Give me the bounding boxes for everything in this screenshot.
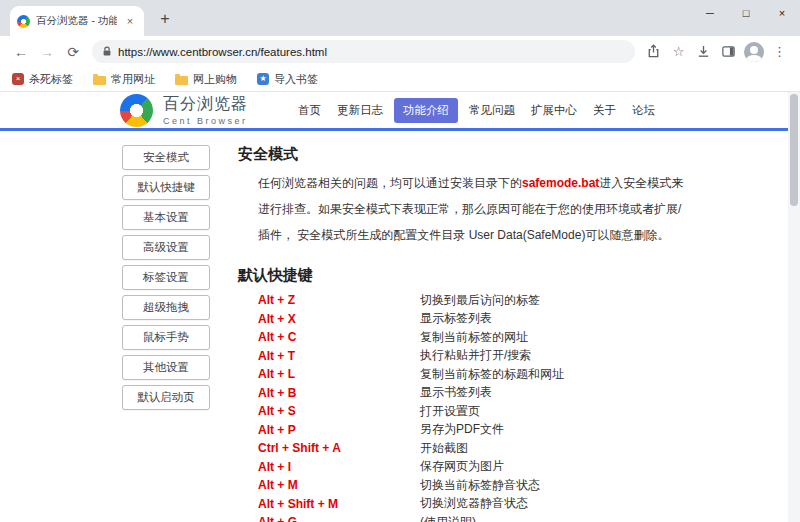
nav-item-home[interactable]: 首页	[293, 99, 326, 122]
bookmark-label: 网上购物	[193, 72, 237, 87]
sidebar: 安全模式 默认快捷键 基本设置 高级设置 标签设置 超级拖拽 鼠标手势 其他设置…	[122, 145, 210, 522]
nav-item-about[interactable]: 关于	[588, 99, 621, 122]
share-icon[interactable]	[641, 39, 666, 64]
site-logo-icon[interactable]	[120, 94, 153, 127]
menu-icon[interactable]: ⋮	[767, 39, 792, 64]
minimize-button[interactable]: ─	[692, 0, 728, 26]
kill-tab-icon: ×	[12, 73, 24, 85]
new-tab-button[interactable]: +	[152, 6, 178, 32]
site-header: 百分浏览器 Cent Browser 首页 更新日志 功能介绍 常见问题 扩展中…	[0, 92, 800, 128]
safemode-highlight: safemode.bat	[522, 176, 599, 190]
bookmark-star-icon[interactable]: ☆	[666, 39, 691, 64]
folder-icon	[175, 76, 188, 85]
section-title-safe-mode: 安全模式	[238, 145, 690, 164]
sidebar-item-shortcuts[interactable]: 默认快捷键	[122, 175, 210, 200]
nav-item-extensions[interactable]: 扩展中心	[526, 99, 582, 122]
folder-icon	[93, 76, 106, 85]
page-viewport: 百分浏览器 Cent Browser 首页 更新日志 功能介绍 常见问题 扩展中…	[0, 92, 800, 522]
brand-subtitle: Cent Browser	[163, 116, 248, 126]
tab-close-icon[interactable]: ×	[123, 14, 137, 28]
shortcut-row: Alt + I保存网页为图片	[258, 458, 690, 477]
shortcut-row: Alt + S打开设置页	[258, 402, 690, 421]
bookmark-import[interactable]: ★ 导入书签	[257, 72, 318, 87]
bookmark-label: 常用网址	[111, 72, 155, 87]
shortcut-row: Alt + B显示书签列表	[258, 384, 690, 403]
browser-toolbar: ← → ⟳ https://www.centbrowser.cn/feature…	[0, 36, 800, 67]
window-controls: ─ □ ×	[692, 0, 800, 26]
sidebar-item-default-startup[interactable]: 默认启动页	[122, 385, 210, 410]
reload-icon[interactable]: ⟳	[60, 39, 86, 65]
shortcut-row: Alt + C复制当前标签的网址	[258, 328, 690, 347]
safe-mode-paragraph: 任何浏览器相关的问题，均可以通过安装目录下的safemode.bat进入安全模式…	[258, 170, 690, 248]
tab-favicon-icon	[17, 15, 30, 28]
shortcut-row: Alt + Z切换到最后访问的标签	[258, 291, 690, 310]
bookmarks-bar: × 杀死标签 常用网址 网上购物 ★ 导入书签	[0, 67, 800, 92]
bookmark-folder-shopping[interactable]: 网上购物	[175, 72, 237, 87]
brand: 百分浏览器 Cent Browser	[163, 94, 248, 126]
bookmark-folder-common-sites[interactable]: 常用网址	[93, 72, 155, 87]
shortcut-row: Alt + X显示标签列表	[258, 310, 690, 329]
shortcut-row: Alt + M切换当前标签静音状态	[258, 476, 690, 495]
sidebar-item-safe-mode[interactable]: 安全模式	[122, 145, 210, 170]
profile-avatar[interactable]	[744, 42, 764, 62]
address-bar[interactable]: https://www.centbrowser.cn/features.html	[92, 40, 635, 63]
back-icon[interactable]: ←	[8, 39, 34, 65]
brand-name: 百分浏览器	[163, 94, 248, 115]
nav-item-features[interactable]: 功能介绍	[394, 98, 458, 123]
sidebar-item-advanced-settings[interactable]: 高级设置	[122, 235, 210, 260]
forward-icon[interactable]: →	[34, 39, 60, 65]
bookmark-label: 导入书签	[274, 72, 318, 87]
close-button[interactable]: ×	[764, 0, 800, 26]
shortcut-row: Alt + T执行粘贴并打开/搜索	[258, 347, 690, 366]
scrollbar-thumb[interactable]	[790, 94, 798, 206]
bookmark-label: 杀死标签	[29, 72, 73, 87]
sidebar-item-tab-settings[interactable]: 标签设置	[122, 265, 210, 290]
sidebar-item-other-settings[interactable]: 其他设置	[122, 355, 210, 380]
tab-title: 百分浏览器 - 功能介绍	[36, 14, 117, 28]
url-text: https://www.centbrowser.cn/features.html	[118, 46, 327, 58]
shortcut-row: Alt + P另存为PDF文件	[258, 421, 690, 440]
bookmark-kill-tab[interactable]: × 杀死标签	[12, 72, 73, 87]
section-title-shortcuts: 默认快捷键	[238, 266, 690, 285]
tab-bar: 百分浏览器 - 功能介绍 × + ─ □ ×	[0, 0, 800, 36]
maximize-button[interactable]: □	[728, 0, 764, 26]
browser-window: 百分浏览器 - 功能介绍 × + ─ □ × ← → ⟳ https://www…	[0, 0, 800, 522]
main-content: 安全模式 任何浏览器相关的问题，均可以通过安装目录下的safemode.bat进…	[238, 145, 690, 522]
page-scrollbar	[788, 92, 800, 522]
shortcut-row: Alt + L复制当前标签的标题和网址	[258, 365, 690, 384]
sidebar-item-super-drag[interactable]: 超级拖拽	[122, 295, 210, 320]
nav-item-forum[interactable]: 论坛	[627, 99, 660, 122]
shortcut-list: Alt + Z切换到最后访问的标签 Alt + X显示标签列表 Alt + C复…	[258, 291, 690, 522]
sidebar-item-mouse-gesture[interactable]: 鼠标手势	[122, 325, 210, 350]
shortcut-row: Alt + G(使用说明)	[258, 513, 690, 522]
nav-item-faq[interactable]: 常见问题	[464, 99, 520, 122]
content: 安全模式 默认快捷键 基本设置 高级设置 标签设置 超级拖拽 鼠标手势 其他设置…	[0, 131, 800, 522]
side-panel-icon[interactable]	[716, 39, 741, 64]
download-icon[interactable]	[691, 39, 716, 64]
shortcut-row: Alt + Shift + M切换浏览器静音状态	[258, 495, 690, 514]
sidebar-item-basic-settings[interactable]: 基本设置	[122, 205, 210, 230]
shortcut-row: Ctrl + Shift + A开始截图	[258, 439, 690, 458]
lock-icon[interactable]	[102, 46, 112, 57]
import-bookmarks-icon: ★	[257, 73, 269, 85]
browser-tab[interactable]: 百分浏览器 - 功能介绍 ×	[10, 6, 144, 36]
site-nav: 首页 更新日志 功能介绍 常见问题 扩展中心 关于 论坛	[293, 98, 660, 123]
nav-item-changelog[interactable]: 更新日志	[332, 99, 388, 122]
